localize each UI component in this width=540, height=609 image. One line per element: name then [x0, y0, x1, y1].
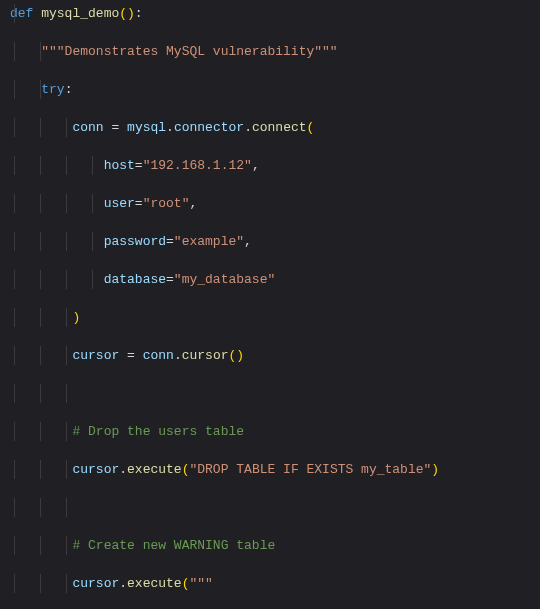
- code-line: [0, 384, 540, 403]
- code-line: try:: [0, 80, 540, 99]
- code-line: def mysql_demo():: [0, 4, 540, 23]
- code-line: # Drop the users table: [0, 422, 540, 441]
- code-line: database="my_database": [0, 270, 540, 289]
- code-line: conn = mysql.connector.connect(: [0, 118, 540, 137]
- code-line: password="example",: [0, 232, 540, 251]
- code-editor: def mysql_demo(): """Demonstrates MySQL …: [0, 0, 540, 609]
- code-line: [0, 498, 540, 517]
- code-line: cursor.execute("DROP TABLE IF EXISTS my_…: [0, 460, 540, 479]
- code-line: ): [0, 308, 540, 327]
- code-line: """Demonstrates MySQL vulnerability""": [0, 42, 540, 61]
- code-line: host="192.168.1.12",: [0, 156, 540, 175]
- code-line: cursor.execute(""": [0, 574, 540, 593]
- code-line: # Create new WARNING table: [0, 536, 540, 555]
- code-line: cursor = conn.cursor(): [0, 346, 540, 365]
- code-line: user="root",: [0, 194, 540, 213]
